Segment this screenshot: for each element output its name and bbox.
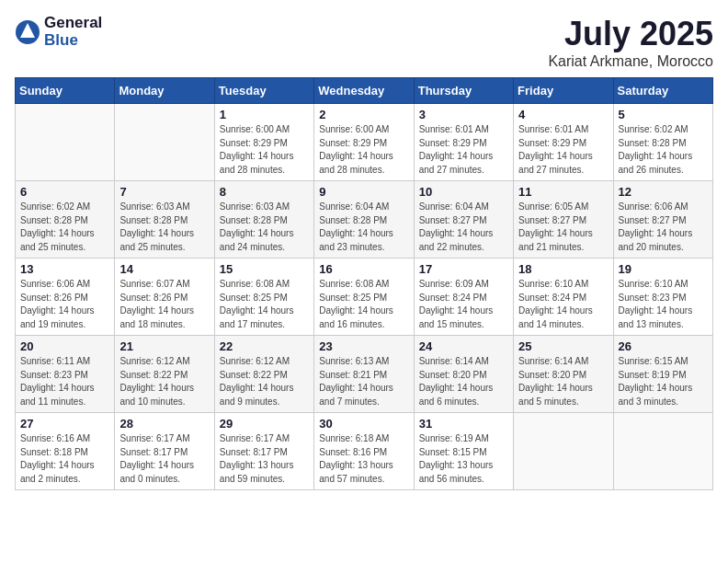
day-number: 8 (220, 185, 309, 199)
day-info: Sunrise: 6:08 AMSunset: 8:25 PMDaylight:… (220, 278, 309, 331)
calendar-cell: 8Sunrise: 6:03 AMSunset: 8:28 PMDaylight… (214, 181, 313, 259)
day-info: Sunrise: 6:03 AMSunset: 8:28 PMDaylight:… (119, 201, 209, 254)
calendar-cell: 18Sunrise: 6:10 AMSunset: 8:24 PMDayligh… (514, 259, 613, 336)
calendar-cell: 23Sunrise: 6:13 AMSunset: 8:21 PMDayligh… (314, 336, 414, 413)
day-info: Sunrise: 6:00 AMSunset: 8:29 PMDaylight:… (319, 123, 408, 177)
logo-blue: Blue (44, 31, 78, 49)
calendar-cell: 7Sunrise: 6:03 AMSunset: 8:28 PMDaylight… (115, 181, 214, 259)
logo: General Blue (15, 15, 102, 49)
calendar-week-row: 20Sunrise: 6:11 AMSunset: 8:23 PMDayligh… (16, 336, 713, 413)
day-info: Sunrise: 6:15 AMSunset: 8:19 PMDaylight:… (619, 355, 708, 408)
day-number: 18 (518, 262, 608, 276)
calendar: SundayMondayTuesdayWednesdayThursdayFrid… (15, 77, 713, 490)
day-info: Sunrise: 6:12 AMSunset: 8:22 PMDaylight:… (119, 355, 209, 408)
day-number: 30 (319, 417, 408, 431)
calendar-cell (115, 104, 214, 181)
calendar-week-row: 1Sunrise: 6:00 AMSunset: 8:29 PMDaylight… (16, 104, 713, 181)
day-info: Sunrise: 6:17 AMSunset: 8:17 PMDaylight:… (220, 432, 309, 486)
day-info: Sunrise: 6:00 AMSunset: 8:29 PMDaylight:… (220, 123, 309, 177)
calendar-cell: 4Sunrise: 6:01 AMSunset: 8:29 PMDaylight… (514, 104, 613, 181)
day-number: 15 (220, 262, 309, 276)
calendar-cell (514, 413, 613, 490)
weekday-header: Tuesday (214, 78, 313, 104)
day-number: 28 (119, 417, 209, 431)
calendar-cell: 3Sunrise: 6:01 AMSunset: 8:29 PMDaylight… (414, 104, 513, 181)
day-info: Sunrise: 6:17 AMSunset: 8:17 PMDaylight:… (119, 432, 209, 486)
day-number: 23 (319, 339, 408, 353)
calendar-cell: 10Sunrise: 6:04 AMSunset: 8:27 PMDayligh… (414, 181, 513, 259)
weekday-header: Monday (115, 78, 214, 104)
logo-general: General (44, 14, 102, 31)
day-info: Sunrise: 6:19 AMSunset: 8:15 PMDaylight:… (419, 432, 508, 486)
calendar-cell: 25Sunrise: 6:14 AMSunset: 8:20 PMDayligh… (514, 336, 613, 413)
calendar-cell: 11Sunrise: 6:05 AMSunset: 8:27 PMDayligh… (514, 181, 613, 259)
calendar-cell: 14Sunrise: 6:07 AMSunset: 8:26 PMDayligh… (115, 259, 214, 336)
day-number: 31 (419, 417, 508, 431)
day-number: 27 (20, 417, 109, 431)
day-info: Sunrise: 6:04 AMSunset: 8:28 PMDaylight:… (319, 201, 408, 254)
calendar-cell: 31Sunrise: 6:19 AMSunset: 8:15 PMDayligh… (414, 413, 513, 490)
day-number: 2 (319, 108, 408, 121)
day-info: Sunrise: 6:04 AMSunset: 8:27 PMDaylight:… (419, 201, 508, 254)
calendar-cell: 6Sunrise: 6:02 AMSunset: 8:28 PMDaylight… (16, 181, 115, 259)
day-number: 9 (319, 185, 408, 199)
day-info: Sunrise: 6:16 AMSunset: 8:18 PMDaylight:… (20, 432, 109, 486)
day-number: 21 (119, 339, 209, 353)
day-number: 16 (319, 262, 408, 276)
day-number: 7 (119, 185, 209, 199)
day-info: Sunrise: 6:14 AMSunset: 8:20 PMDaylight:… (419, 355, 508, 408)
calendar-cell: 5Sunrise: 6:02 AMSunset: 8:28 PMDaylight… (613, 104, 712, 181)
calendar-cell: 26Sunrise: 6:15 AMSunset: 8:19 PMDayligh… (613, 336, 712, 413)
day-number: 5 (619, 108, 708, 121)
day-number: 6 (20, 185, 109, 199)
day-info: Sunrise: 6:12 AMSunset: 8:22 PMDaylight:… (220, 355, 309, 408)
weekday-header-row: SundayMondayTuesdayWednesdayThursdayFrid… (16, 78, 713, 104)
day-info: Sunrise: 6:11 AMSunset: 8:23 PMDaylight:… (20, 355, 109, 408)
calendar-cell: 1Sunrise: 6:00 AMSunset: 8:29 PMDaylight… (214, 104, 313, 181)
day-number: 17 (419, 262, 508, 276)
day-info: Sunrise: 6:05 AMSunset: 8:27 PMDaylight:… (518, 201, 608, 254)
day-info: Sunrise: 6:14 AMSunset: 8:20 PMDaylight:… (518, 355, 608, 408)
calendar-week-row: 6Sunrise: 6:02 AMSunset: 8:28 PMDaylight… (16, 181, 713, 259)
calendar-cell (16, 104, 115, 181)
calendar-cell: 16Sunrise: 6:08 AMSunset: 8:25 PMDayligh… (314, 259, 414, 336)
day-info: Sunrise: 6:07 AMSunset: 8:26 PMDaylight:… (119, 278, 209, 331)
calendar-cell: 20Sunrise: 6:11 AMSunset: 8:23 PMDayligh… (16, 336, 115, 413)
day-info: Sunrise: 6:06 AMSunset: 8:26 PMDaylight:… (20, 278, 109, 331)
day-number: 22 (220, 339, 309, 353)
weekday-header: Sunday (16, 78, 115, 104)
calendar-cell: 28Sunrise: 6:17 AMSunset: 8:17 PMDayligh… (115, 413, 214, 490)
calendar-week-row: 27Sunrise: 6:16 AMSunset: 8:18 PMDayligh… (16, 413, 713, 490)
day-number: 29 (220, 417, 309, 431)
calendar-cell: 15Sunrise: 6:08 AMSunset: 8:25 PMDayligh… (214, 259, 313, 336)
weekday-header: Thursday (414, 78, 513, 104)
location-title: Kariat Arkmane, Morocco (548, 53, 713, 70)
day-info: Sunrise: 6:10 AMSunset: 8:23 PMDaylight:… (619, 278, 708, 331)
day-number: 19 (619, 262, 708, 276)
day-info: Sunrise: 6:01 AMSunset: 8:29 PMDaylight:… (419, 123, 508, 177)
title-area: July 2025 Kariat Arkmane, Morocco (548, 15, 713, 70)
day-number: 24 (419, 339, 508, 353)
weekday-header: Saturday (613, 78, 712, 104)
day-number: 10 (419, 185, 508, 199)
logo-icon (15, 19, 40, 45)
month-title: July 2025 (548, 15, 713, 53)
day-number: 20 (20, 339, 109, 353)
calendar-cell: 24Sunrise: 6:14 AMSunset: 8:20 PMDayligh… (414, 336, 513, 413)
day-number: 1 (220, 108, 309, 121)
day-info: Sunrise: 6:06 AMSunset: 8:27 PMDaylight:… (619, 201, 708, 254)
calendar-cell: 22Sunrise: 6:12 AMSunset: 8:22 PMDayligh… (214, 336, 313, 413)
day-number: 14 (119, 262, 209, 276)
day-info: Sunrise: 6:03 AMSunset: 8:28 PMDaylight:… (220, 201, 309, 254)
calendar-cell: 12Sunrise: 6:06 AMSunset: 8:27 PMDayligh… (613, 181, 712, 259)
day-info: Sunrise: 6:10 AMSunset: 8:24 PMDaylight:… (518, 278, 608, 331)
calendar-cell: 27Sunrise: 6:16 AMSunset: 8:18 PMDayligh… (16, 413, 115, 490)
calendar-cell: 9Sunrise: 6:04 AMSunset: 8:28 PMDaylight… (314, 181, 414, 259)
day-number: 25 (518, 339, 608, 353)
calendar-cell: 17Sunrise: 6:09 AMSunset: 8:24 PMDayligh… (414, 259, 513, 336)
header: General Blue July 2025 Kariat Arkmane, M… (15, 15, 713, 70)
calendar-cell (613, 413, 712, 490)
day-info: Sunrise: 6:18 AMSunset: 8:16 PMDaylight:… (319, 432, 408, 486)
calendar-week-row: 13Sunrise: 6:06 AMSunset: 8:26 PMDayligh… (16, 259, 713, 336)
day-number: 11 (518, 185, 608, 199)
